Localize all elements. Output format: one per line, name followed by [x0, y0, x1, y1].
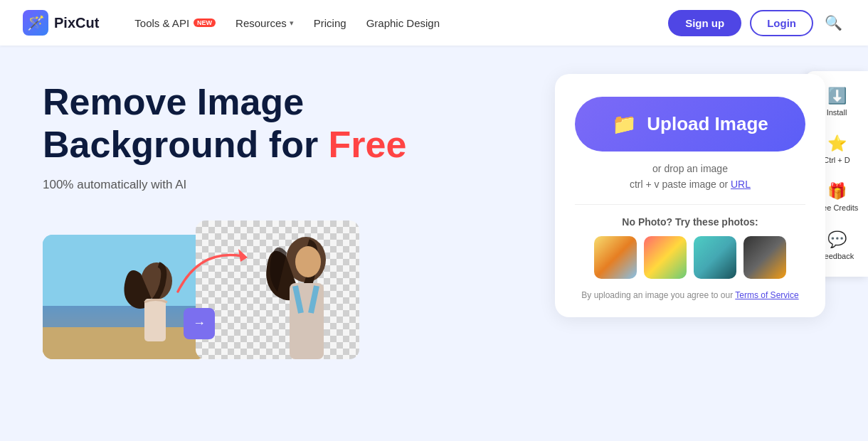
logo-icon: 🪄 [23, 10, 48, 36]
nav-graphic-design[interactable]: Graphic Design [359, 13, 447, 33]
chevron-down-icon: ▾ [290, 18, 294, 28]
hero-section: Remove Image Background for Free 100% au… [43, 74, 526, 359]
transform-arrow: → [184, 308, 215, 339]
new-badge: NEW [194, 18, 216, 27]
nav-links: Tools & API NEW Resources ▾ Pricing Grap… [127, 13, 645, 33]
url-link[interactable]: URL [731, 179, 751, 190]
navbar: 🪄 PixCut Tools & API NEW Resources ▾ Pri… [0, 0, 868, 46]
nav-pricing[interactable]: Pricing [307, 13, 354, 33]
free-highlight: Free [329, 124, 407, 165]
hero-subtitle: 100% automatically with AI [43, 178, 526, 192]
sample-photos [575, 236, 805, 279]
login-button[interactable]: Login [750, 10, 813, 36]
sample-photo-3[interactable] [694, 236, 736, 279]
logo-text: PixCut [54, 15, 99, 31]
upload-icon: 📁 [612, 112, 637, 136]
search-icon[interactable]: 🔍 [822, 11, 845, 34]
sample-photo-2[interactable] [644, 236, 687, 279]
try-photos-label: No Photo? Try these photos: [575, 216, 805, 228]
upload-image-button[interactable]: 📁 Upload Image [575, 97, 805, 152]
nav-resources[interactable]: Resources ▾ [228, 13, 301, 33]
signup-button[interactable]: Sign up [668, 10, 741, 36]
svg-rect-4 [144, 299, 166, 341]
tos-text: By uploading an image you agree to our T… [575, 290, 805, 300]
drop-text: or drop an image [575, 163, 805, 174]
nav-tools-api[interactable]: Tools & API NEW [127, 13, 223, 33]
hero-title: Remove Image Background for Free [43, 81, 526, 166]
red-arrow-indicator [171, 242, 256, 302]
nav-actions: Sign up Login 🔍 [668, 10, 845, 36]
demo-images: → [43, 220, 526, 359]
tos-link[interactable]: Terms of Service [735, 290, 798, 300]
svg-point-6 [295, 246, 321, 277]
paste-text: ctrl + v paste image or URL [575, 179, 805, 190]
logo[interactable]: 🪄 PixCut [23, 10, 99, 36]
divider [575, 204, 805, 205]
sample-photo-1[interactable] [594, 236, 637, 279]
upload-card: 📁 Upload Image or drop an image ctrl + v… [555, 74, 825, 317]
svg-marker-8 [238, 249, 248, 262]
main-content: Remove Image Background for Free 100% au… [0, 46, 868, 441]
sample-photo-4[interactable] [743, 236, 786, 279]
svg-rect-2 [43, 327, 206, 359]
